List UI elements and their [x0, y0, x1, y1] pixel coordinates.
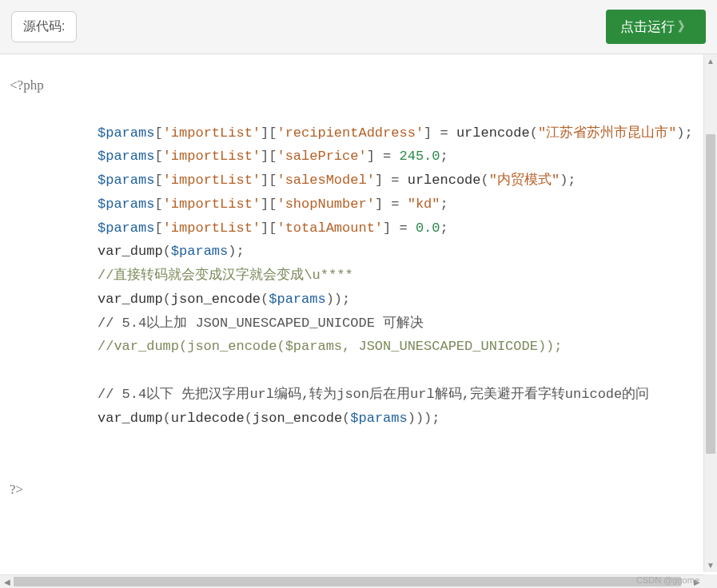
code-line: var_dump(urldecode(json_encode($params))…	[10, 407, 707, 431]
run-button[interactable]: 点击运行 》	[606, 10, 706, 44]
vertical-scroll-thumb[interactable]	[706, 134, 715, 454]
scroll-up-icon[interactable]: ▲	[704, 54, 717, 68]
code-scroll-area[interactable]: <?php $params['importList']['recipientAd…	[0, 54, 717, 574]
source-code-button[interactable]: 源代码:	[11, 11, 77, 42]
php-open-tag: <?php	[10, 74, 707, 97]
run-button-label: 点击运行	[620, 18, 675, 36]
run-arrow-icon: 》	[678, 18, 691, 36]
horizontal-scroll-thumb[interactable]	[14, 577, 681, 586]
code-line: var_dump($params);	[10, 240, 707, 264]
horizontal-scrollbar[interactable]: ◀ ▶	[0, 574, 703, 588]
vertical-scrollbar[interactable]: ▲ ▼	[703, 54, 717, 572]
code-line	[10, 359, 707, 383]
scroll-down-icon[interactable]: ▼	[704, 558, 717, 572]
code-line: var_dump(json_encode($params));	[10, 288, 707, 312]
code-lines: $params['importList']['recipientAddress'…	[10, 121, 707, 431]
scroll-corner	[703, 574, 717, 588]
watermark: CSDN @ggome	[636, 575, 699, 585]
code-editor: <?php $params['importList']['recipientAd…	[0, 54, 717, 588]
code-line: $params['importList']['recipientAddress'…	[10, 121, 707, 145]
scroll-left-icon[interactable]: ◀	[0, 575, 14, 588]
toolbar: 源代码: 点击运行 》	[0, 0, 717, 54]
php-close-tag: ?>	[10, 478, 707, 502]
code-line: $params['importList']['salesModel'] = ur…	[10, 169, 707, 193]
code-line: $params['importList']['totalAmount'] = 0…	[10, 217, 707, 240]
code-line: $params['importList']['shopNumber'] = "k…	[10, 193, 707, 217]
code-line: //var_dump(json_encode($params, JSON_UNE…	[10, 335, 707, 359]
code-line: //直接转码就会变成汉字就会变成\u****	[10, 264, 707, 288]
code-line: // 5.4以下 先把汉字用url编码,转为json后在用url解码,完美避开看…	[10, 383, 707, 407]
code-line: $params['importList']['salePrice'] = 245…	[10, 145, 707, 169]
code-line: // 5.4以上加 JSON_UNESCAPED_UNICODE 可解决	[10, 312, 707, 336]
